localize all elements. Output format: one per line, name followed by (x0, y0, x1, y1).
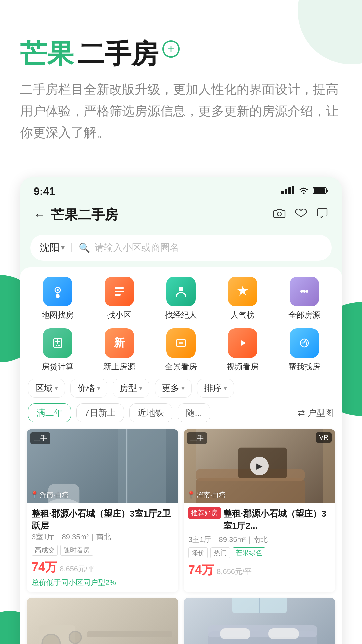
back-button[interactable]: ← (34, 208, 46, 222)
search-input[interactable]: 请输入小区或商圈名 (95, 241, 179, 254)
quick-label-popular: 人气榜 (231, 310, 255, 320)
filter-area[interactable]: 区域 ▾ (28, 379, 65, 398)
search-location[interactable]: 沈阳 ▾ (40, 241, 65, 255)
quick-item-video[interactable]: 视频看房 (212, 328, 274, 372)
tag-two-year[interactable]: 满二年 (28, 403, 71, 422)
svg-rect-22 (179, 342, 183, 344)
recommend-badge-2: 推荐好房 (188, 507, 221, 519)
heart-icon[interactable] (295, 208, 307, 222)
svg-point-16 (303, 290, 306, 293)
tag-7day[interactable]: 7日新上 (76, 403, 124, 422)
plus-button[interactable]: + (162, 40, 180, 58)
listing-location-2: 📍 浑南·白塔 (187, 490, 226, 499)
listing-card-2[interactable]: 二手 📍 浑南·白塔 ▶ VR 推荐好房 整租·郡源小石城（望庄）3室1厅2..… (184, 429, 335, 592)
svg-rect-46 (220, 628, 250, 639)
status-time: 9:41 (34, 185, 55, 198)
listing-tags-1: 高成交 随时看房 (32, 545, 174, 556)
status-icons (281, 186, 328, 197)
svg-rect-11 (115, 287, 124, 289)
listing-badge-type-2: 二手 (187, 432, 207, 444)
panorama-icon (166, 328, 196, 358)
quick-label-help: 帮我找房 (288, 361, 320, 372)
filter-more[interactable]: 更多 ▾ (155, 379, 192, 398)
tag-subway[interactable]: 近地铁 (129, 403, 172, 422)
quick-label-agent: 找经纪人 (165, 310, 197, 320)
vr-badge-2: VR (316, 432, 332, 443)
battery-icon (313, 186, 328, 196)
location-dropdown-icon: ▾ (61, 243, 65, 252)
title-mango: 芒果 (20, 41, 74, 67)
filter-bar: 区域 ▾ 价格 ▾ 房型 ▾ 更多 ▾ 排序 ▾ (27, 379, 335, 398)
phone-mockup: 9:41 ← 芒果二手房 (20, 177, 342, 644)
svg-rect-13 (115, 294, 121, 296)
help-icon (290, 328, 319, 358)
svg-rect-26 (118, 429, 166, 503)
filter-sort[interactable]: 排序 ▾ (197, 379, 234, 398)
quick-item-community[interactable]: 找小区 (88, 277, 150, 320)
listing-image-1: 二手 📍 浑南·白塔 (27, 429, 178, 503)
quick-label-all: 全部房源 (288, 310, 320, 320)
listing-card-4[interactable] (184, 598, 335, 644)
svg-rect-12 (115, 291, 124, 292)
search-bar[interactable]: 沈阳 ▾ 🔍 请输入小区或商圈名 (30, 235, 332, 261)
listings-grid: 二手 📍 浑南·白塔 整租·郡源小石城（望庄）3室1厅2卫 跃层 3室1厅｜89… (27, 429, 335, 644)
filter-type[interactable]: 房型 ▾ (113, 379, 149, 398)
tag-anytime: 随时看房 (60, 545, 93, 556)
quick-menu-row1: 地图找房 找小区 找经纪人 人气榜 (27, 277, 335, 320)
quick-item-agent[interactable]: 找经纪人 (150, 277, 212, 320)
listing-card-3[interactable] (27, 598, 178, 644)
svg-point-17 (306, 290, 308, 293)
listing-info-2: 推荐好房 整租·郡源小石城（望庄）3室1厅2... 3室1厅｜89.35m²｜南… (184, 503, 335, 583)
tag-mango-green: 芒果绿色 (233, 547, 265, 558)
svg-point-8 (277, 212, 281, 216)
chevron-down-icon: ▾ (181, 384, 185, 392)
popular-icon (228, 277, 257, 306)
nav-left: ← 芒果二手房 (34, 206, 118, 224)
listing-per-sqm-2: 8,656元/平 (217, 567, 252, 577)
listing-badge-type-1: 二手 (30, 432, 50, 444)
message-icon[interactable] (316, 208, 328, 222)
floor-plan-toggle[interactable]: ⇄ 户型图 (298, 407, 334, 419)
video-icon (228, 328, 257, 358)
listing-price-1: 74万 (32, 559, 57, 576)
svg-point-10 (57, 289, 59, 291)
listing-per-sqm-1: 8,656元/平 (60, 564, 95, 574)
quick-item-popular[interactable]: 人气榜 (212, 277, 274, 320)
svg-rect-20 (58, 345, 60, 346)
new-listing-icon: 新 (105, 328, 134, 358)
listing-tags-2: 降价 热门 芒果绿色 (188, 547, 330, 558)
quick-item-all[interactable]: 全部房源 (274, 277, 335, 320)
listing-note-1: 总价低于同小区同户型2% (32, 578, 174, 588)
svg-rect-40 (87, 631, 172, 637)
quick-label-new: 新上房源 (103, 361, 135, 372)
nav-right (273, 208, 328, 222)
listing-card-1[interactable]: 二手 📍 浑南·白塔 整租·郡源小石城（望庄）3室1厅2卫 跃层 3室1厅｜89… (27, 429, 178, 592)
play-button-2[interactable]: ▶ (250, 457, 269, 475)
listing-price-2: 74万 (188, 562, 214, 578)
header-description: 二手房栏目全新改版升级，更加人性化的界面设计，提高用户体验，严格筛选房源信息，更… (20, 78, 342, 144)
quick-label-calculator: 房贷计算 (42, 361, 74, 372)
quick-item-new[interactable]: 新 新上房源 (88, 328, 150, 372)
camera-icon[interactable] (273, 208, 286, 222)
nav-bar: ← 芒果二手房 (20, 200, 342, 231)
listing-location-1: 📍 浑南·白塔 (30, 490, 69, 499)
filter-price[interactable]: 价格 ▾ (70, 379, 107, 398)
tag-price-down: 降价 (188, 547, 208, 558)
agent-icon (166, 277, 196, 306)
tag-random[interactable]: 随... (178, 403, 210, 422)
listing-image-2: 二手 📍 浑南·白塔 ▶ VR (184, 429, 335, 503)
listing-price-row-2: 74万 8,656元/平 (188, 562, 330, 578)
quick-item-help[interactable]: 帮我找房 (274, 328, 335, 372)
svg-rect-47 (268, 628, 299, 639)
quick-item-panorama[interactable]: 全景看房 (150, 328, 212, 372)
quick-item-calculator[interactable]: 房贷计算 (27, 328, 88, 372)
chevron-down-icon: ▾ (224, 384, 227, 392)
map-icon (43, 277, 72, 306)
quick-item-map[interactable]: 地图找房 (27, 277, 88, 320)
location-text: 沈阳 (40, 241, 60, 255)
svg-rect-6 (326, 190, 328, 192)
quick-label-map: 地图找房 (42, 310, 74, 320)
listing-title-2: 整租·郡源小石城（望庄）3室1厅2... (223, 507, 330, 532)
listing-title-row-2: 推荐好房 整租·郡源小石城（望庄）3室1厅2... (188, 507, 330, 532)
svg-point-42 (69, 631, 81, 643)
